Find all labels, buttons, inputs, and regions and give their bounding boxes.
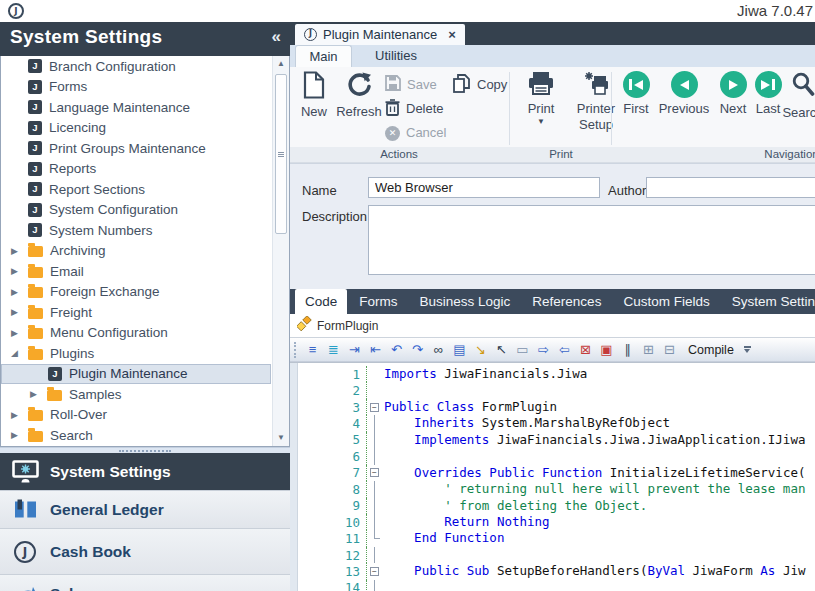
previous-button[interactable]: Previous [656,71,712,116]
tab-references[interactable]: References [522,289,611,314]
scrollbar-thumb[interactable] [275,74,287,234]
code-text[interactable]: Public Class FormPlugin [384,399,557,415]
nav-item-cash-book[interactable]: JCash Book [0,529,290,575]
tree-item-system-numbers[interactable]: JSystem Numbers [1,220,271,241]
jiwa-tab-icon: J [304,28,317,41]
collapse-arrow-icon[interactable]: ◢ [9,348,28,358]
fold-collapse-icon[interactable]: − [370,468,379,477]
refresh-button[interactable]: Refresh [332,71,386,119]
indent-icon[interactable]: ⇥ [344,341,365,359]
toolbar-grip-icon[interactable] [294,342,297,358]
search-button[interactable]: Search [778,71,815,120]
expand-arrow-icon[interactable]: ▶ [9,410,28,420]
window-icon[interactable]: ⊞ [638,341,659,359]
tree-item-forms[interactable]: JForms [1,77,271,98]
expand-arrow-icon[interactable]: ▶ [9,307,28,317]
tree-item-language-maintenance[interactable]: JLanguage Maintenance [1,97,271,118]
first-button[interactable]: First [614,71,658,116]
expand-arrow-icon[interactable]: ▶ [9,266,28,276]
code-text[interactable]: ' returning null here will prevent the l… [384,481,805,497]
code-text[interactable]: Public Sub SetupBeforeHandlers(ByVal Jiw… [384,563,806,579]
close-tab-icon[interactable]: × [448,27,456,42]
tab-forms[interactable]: Forms [349,289,407,314]
code-text[interactable]: Implements JiwaFinancials.Jiwa.JiwaAppli… [384,432,805,448]
step-back-icon[interactable]: ⇦ [554,341,575,359]
toolbar-overflow-icon[interactable] [744,346,751,353]
document-tab-plugin-maintenance[interactable]: J Plugin Maintenance × [295,24,465,45]
ribbon-tab-utilities[interactable]: Utilities [360,45,432,67]
tree-item-system-configuration[interactable]: JSystem Configuration [1,200,271,221]
tree-item-branch-configuration[interactable]: JBranch Configuration [1,56,271,77]
goto-definition-icon[interactable]: ↘ [470,341,491,359]
code-text[interactable]: ' from deleting the Object. [384,498,647,514]
run-window-icon[interactable]: ⊟ [659,341,680,359]
copy-button[interactable]: Copy [453,73,507,97]
tree-item-email[interactable]: ▶Email [1,261,271,282]
tab-code[interactable]: Code [295,289,347,314]
delete-button[interactable]: Delete [385,97,444,121]
tree-item-menu-configuration[interactable]: ▶Menu Configuration [1,323,271,344]
author-field[interactable] [646,177,815,198]
name-field[interactable] [368,177,600,198]
replace-icon[interactable]: ▤ [449,341,470,359]
tree-item-print-groups-maintenance[interactable]: JPrint Groups Maintenance [1,138,271,159]
tree-item-foreign-exchange[interactable]: ▶Foreign Exchange [1,282,271,303]
redo-icon[interactable]: ↷ [407,341,428,359]
form-plugin-tab[interactable]: FormPlugin [317,319,378,333]
fold-collapse-icon[interactable]: − [370,567,379,576]
print-button[interactable]: Print ▼ [518,71,564,125]
expand-arrow-icon[interactable]: ▶ [9,246,28,256]
print-dropdown-icon[interactable]: ▼ [537,118,545,125]
code-text[interactable]: Imports JiwaFinancials.Jiwa [384,366,587,382]
code-text[interactable]: Return Nothing [384,514,550,530]
tree-item-report-sections[interactable]: JReport Sections [1,179,271,200]
code-text[interactable]: Overrides Public Function InitializeLife… [384,465,805,481]
tree-item-plugins[interactable]: ◢Plugins [1,343,271,364]
ribbon-tab-main[interactable]: Main [295,45,352,67]
expand-arrow-icon[interactable]: ▶ [9,287,28,297]
expand-arrow-icon[interactable]: ▶ [9,430,28,440]
breakpoint-icon[interactable]: ▣ [596,341,617,359]
tree-item-freight[interactable]: ▶Freight [1,302,271,323]
compile-button[interactable]: Compile [680,343,742,357]
next-button[interactable]: Next [713,71,753,116]
tree-scrollbar[interactable]: ▲ ▼ [272,56,289,446]
outdent-icon[interactable]: ⇤ [365,341,386,359]
description-field[interactable] [368,205,815,275]
format-document-icon[interactable]: ≡ [302,341,323,359]
expand-arrow-icon[interactable]: ▶ [9,328,28,338]
scroll-down-icon[interactable]: ▼ [273,430,289,446]
delete-bookmark-icon[interactable]: ⊠ [575,341,596,359]
tab-custom-fields[interactable]: Custom Fields [613,289,719,314]
tab-system-settings[interactable]: System Settings [722,289,815,314]
new-button[interactable]: New [296,71,332,119]
tree-item-plugin-maintenance[interactable]: JPlugin Maintenance [1,364,271,385]
tree-item-archiving[interactable]: ▶Archiving [1,241,271,262]
tree-item-reports[interactable]: JReports [1,159,271,180]
step-forward-icon[interactable]: ⇨ [533,341,554,359]
fold-collapse-icon[interactable]: − [370,403,379,412]
nav-item-general-ledger[interactable]: General Ledger [0,491,290,529]
comment-box-icon[interactable]: ▭ [512,341,533,359]
nav-item-system-settings[interactable]: System Settings [0,453,290,491]
undo-icon[interactable]: ↶ [386,341,407,359]
scroll-up-icon[interactable]: ▲ [273,56,289,72]
collapse-sidebar-icon[interactable]: « [272,27,281,47]
pointer-icon[interactable]: ↖ [491,341,512,359]
tree-item-licencing[interactable]: JLicencing [1,118,271,139]
tree-item-samples[interactable]: ▶Samples [1,384,271,405]
code-text[interactable]: End Function [384,530,504,546]
pause-icon[interactable]: ∥ [617,341,638,359]
code-text[interactable]: Inherits System.MarshalByRefObject [384,415,670,431]
plugin-header-form: Name Author Description [290,163,815,289]
expand-arrow-icon[interactable]: ▶ [28,389,47,399]
save-button[interactable]: Save [385,73,437,97]
format-selection-icon[interactable]: ≣ [323,341,344,359]
find-icon[interactable]: ∞ [428,341,449,359]
nav-item-sales[interactable]: Sales [0,575,290,591]
tree-item-search[interactable]: ▶Search [1,425,271,446]
code-editor[interactable]: 1Imports JiwaFinancials.Jiwa23−Public Cl… [290,362,815,591]
tree-item-roll-over[interactable]: ▶Roll-Over [1,405,271,426]
cancel-button[interactable]: ✕ Cancel [385,121,446,145]
tab-business-logic[interactable]: Business Logic [410,289,521,314]
